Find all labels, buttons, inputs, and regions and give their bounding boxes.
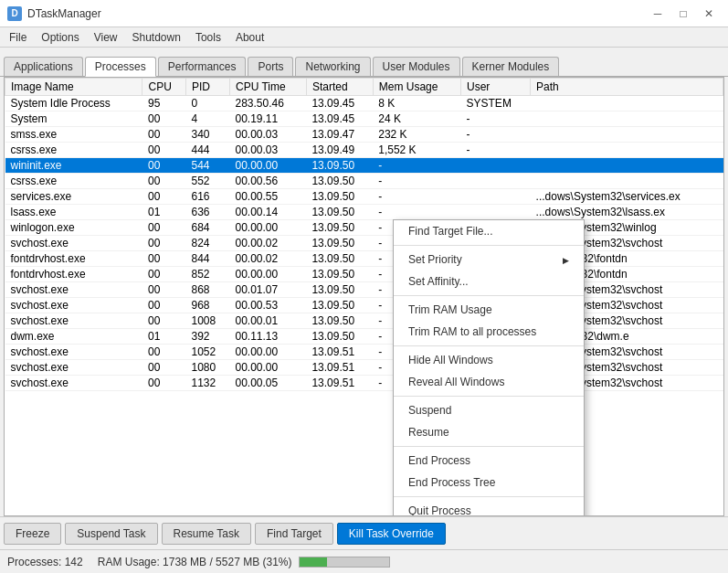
tab-user-modules[interactable]: User Modules <box>373 57 460 76</box>
table-cell: fontdrvhost.exe <box>5 251 142 267</box>
table-cell: 13.09.50 <box>306 329 373 345</box>
context-menu-item[interactable]: Trim RAM Usage <box>394 299 584 321</box>
table-cell: svchost.exe <box>5 298 142 313</box>
table-row[interactable]: fontdrvhost.exe0085200.00.0013.09.50-...… <box>5 267 723 282</box>
table-cell: 00.19.11 <box>230 111 307 127</box>
col-header-image-name[interactable]: Image Name <box>5 79 142 96</box>
table-cell: 24 K <box>373 111 460 127</box>
context-menu-item[interactable]: Resume <box>394 421 584 443</box>
table-row[interactable]: csrss.exe0044400.00.0313.09.491,552 K- <box>5 143 723 158</box>
col-header-cpu-time[interactable]: CPU Time <box>230 79 307 96</box>
table-row[interactable]: svchost.exe0082400.00.0213.09.50-...dows… <box>5 236 723 251</box>
table-header: Image NameCPUPIDCPU TimeStartedMem Usage… <box>5 79 723 96</box>
table-cell: 13.09.51 <box>306 376 373 391</box>
menu-item-tools[interactable]: Tools <box>188 27 228 47</box>
title-text: DTaskManager <box>27 7 646 20</box>
col-header-path[interactable]: Path <box>531 79 723 96</box>
table-cell: 00 <box>142 251 186 267</box>
minimize-button[interactable]: ─ <box>646 4 670 24</box>
table-cell: svchost.exe <box>5 313 142 329</box>
process-table: Image NameCPUPIDCPU TimeStartedMem Usage… <box>5 78 723 391</box>
table-row[interactable]: svchost.exe00100800.00.0113.09.50-...dow… <box>5 313 723 329</box>
table-cell <box>531 111 723 127</box>
table-cell: 8 K <box>373 96 460 111</box>
tabs-bar: ApplicationsProcessesPerformancesPortsNe… <box>0 48 728 77</box>
table-cell: 13.09.50 <box>306 220 373 236</box>
menu-item-view[interactable]: View <box>87 27 125 47</box>
table-row[interactable]: winlogon.exe0068400.00.0013.09.50-...dow… <box>5 220 723 236</box>
table-row[interactable]: dwm.exe0139200.11.1313.09.50-...System32… <box>5 329 723 345</box>
toolbar-btn-freeze[interactable]: Freeze <box>4 523 61 545</box>
tab-processes[interactable]: Processes <box>85 57 156 77</box>
col-header-pid[interactable]: PID <box>186 79 230 96</box>
context-menu-item[interactable]: Suspend <box>394 399 584 421</box>
table-cell: 13.09.50 <box>306 282 373 298</box>
col-header-started[interactable]: Started <box>306 79 373 96</box>
context-menu-item[interactable]: Hide All Windows <box>394 349 584 371</box>
context-menu-item[interactable]: Find Target File... <box>394 220 584 242</box>
table-row[interactable]: svchost.exe00105200.00.0013.09.51-...dow… <box>5 345 723 360</box>
table-row[interactable]: csrss.exe0055200.00.5613.09.50- <box>5 174 723 189</box>
toolbar-btn-find-target[interactable]: Find Target <box>255 523 333 545</box>
table-row[interactable]: services.exe0061600.00.5513.09.50-...dow… <box>5 189 723 205</box>
tab-kerner-modules[interactable]: Kerner Modules <box>462 57 560 76</box>
table-cell: 13.09.50 <box>306 189 373 205</box>
table-wrapper[interactable]: Image NameCPUPIDCPU TimeStartedMem Usage… <box>5 78 723 515</box>
col-header-cpu[interactable]: CPU <box>142 79 186 96</box>
table-cell: 00.00.03 <box>230 143 307 158</box>
table-row[interactable]: System Idle Process950283.50.4613.09.458… <box>5 96 723 111</box>
table-cell: - <box>373 174 460 189</box>
table-cell: 13.09.47 <box>306 127 373 143</box>
menu-item-about[interactable]: About <box>228 27 271 47</box>
table-cell: 13.09.50 <box>306 205 373 220</box>
close-button[interactable]: ✕ <box>697 4 721 24</box>
context-menu-item[interactable]: Reveal All Windows <box>394 371 584 393</box>
context-menu-separator <box>394 245 584 246</box>
menu-item-file[interactable]: File <box>2 27 34 47</box>
table-cell <box>531 143 723 158</box>
table-cell: 00.00.03 <box>230 127 307 143</box>
table-cell: 4 <box>186 111 230 127</box>
table-cell: 00 <box>142 174 186 189</box>
table-row[interactable]: svchost.exe0096800.00.5313.09.50-...dows… <box>5 298 723 313</box>
table-row[interactable]: lsass.exe0163600.00.1413.09.50-...dows\S… <box>5 205 723 220</box>
context-menu-separator <box>394 396 584 397</box>
toolbar-btn-suspend-task[interactable]: Suspend Task <box>65 523 157 545</box>
table-row[interactable]: svchost.exe00108000.00.0013.09.51-...dow… <box>5 360 723 376</box>
col-header-user[interactable]: User <box>461 79 531 96</box>
toolbar-btn-resume-task[interactable]: Resume Task <box>162 523 251 545</box>
col-header-mem-usage[interactable]: Mem Usage <box>373 79 460 96</box>
toolbar-btn-kill-task-override[interactable]: Kill Task Override <box>337 523 446 545</box>
table-cell: 1132 <box>186 376 230 391</box>
maximize-button[interactable]: □ <box>671 4 695 24</box>
context-menu-item[interactable]: Quit Process <box>394 500 584 516</box>
table-cell: 00 <box>142 189 186 205</box>
table-cell: 00 <box>142 111 186 127</box>
table-row[interactable]: System00400.19.1113.09.4524 K- <box>5 111 723 127</box>
table-cell: 00 <box>142 143 186 158</box>
process-count: Processes: 142 <box>7 556 83 568</box>
context-menu-item[interactable]: End Process <box>394 450 584 472</box>
table-cell <box>531 158 723 174</box>
tab-performances[interactable]: Performances <box>158 57 247 76</box>
table-cell <box>531 127 723 143</box>
table-row[interactable]: smss.exe0034000.00.0313.09.47232 K- <box>5 127 723 143</box>
table-row[interactable]: svchost.exe00113200.00.0513.09.51-...dow… <box>5 376 723 391</box>
submenu-arrow-icon <box>563 253 569 266</box>
table-row[interactable]: fontdrvhost.exe0084400.00.0213.09.50-...… <box>5 251 723 267</box>
context-menu-item[interactable]: End Process Tree <box>394 472 584 493</box>
tab-networking[interactable]: Networking <box>295 57 370 76</box>
table-cell: csrss.exe <box>5 143 142 158</box>
context-menu-item[interactable]: Trim RAM to all processes <box>394 321 584 343</box>
context-menu-item[interactable]: Set Affinity... <box>394 271 584 292</box>
tab-applications[interactable]: Applications <box>4 57 83 76</box>
table-cell: 13.09.50 <box>306 251 373 267</box>
table-row[interactable]: wininit.exe0054400.00.0013.09.50- <box>5 158 723 174</box>
table-cell: services.exe <box>5 189 142 205</box>
table-cell: 00.11.13 <box>230 329 307 345</box>
context-menu-item[interactable]: Set Priority <box>394 249 584 271</box>
table-row[interactable]: svchost.exe0086800.01.0713.09.50-...dows… <box>5 282 723 298</box>
menu-item-options[interactable]: Options <box>34 27 86 47</box>
menu-item-shutdown[interactable]: Shutdown <box>125 27 188 47</box>
tab-ports[interactable]: Ports <box>248 57 293 76</box>
